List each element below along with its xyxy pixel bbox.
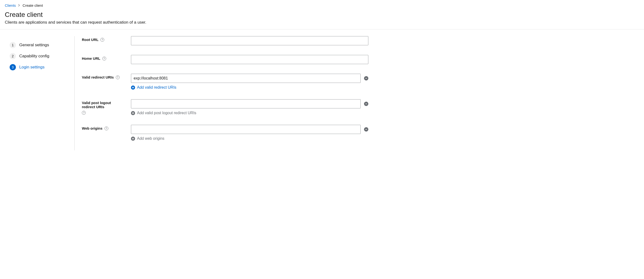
field-home-url: Home URL ? (82, 55, 368, 64)
add-web-origin-button[interactable]: Add web origins (131, 136, 368, 141)
step-number: 3 (10, 64, 16, 70)
valid-redirect-uris-label: Valid redirect URIs ? (82, 74, 125, 79)
step-number: 2 (10, 53, 16, 59)
field-root-url: Root URL ? (82, 36, 368, 45)
remove-post-logout-uri-button[interactable] (364, 102, 368, 106)
add-link-label: Add web origins (137, 136, 164, 141)
label-text: Root URL (82, 38, 98, 42)
page-subtitle: Clients are applications and services th… (5, 20, 639, 25)
step-label: General settings (19, 43, 49, 48)
root-url-label: Root URL ? (82, 36, 125, 42)
help-icon[interactable]: ? (82, 111, 86, 115)
post-logout-uris-label: Valid post logout redirect URIs ? (82, 99, 125, 115)
home-url-input[interactable] (131, 55, 368, 64)
step-capability-config[interactable]: 2 Capability config (7, 51, 70, 62)
label-text: Valid post logout redirect URIs (82, 101, 125, 109)
minus-icon (365, 103, 368, 105)
field-valid-redirect-uris: Valid redirect URIs ? Add valid redirect… (82, 74, 368, 90)
login-settings-form: Root URL ? Home URL ? Valid redirect URI… (75, 36, 373, 150)
chevron-right-icon (18, 4, 20, 7)
add-post-logout-uri-button[interactable]: Add valid post logout redirect URIs (131, 111, 368, 115)
post-logout-uri-input[interactable] (131, 99, 361, 108)
plus-circle-icon (131, 86, 135, 90)
minus-icon (365, 128, 368, 131)
home-url-label: Home URL ? (82, 55, 125, 61)
redirect-uri-input[interactable] (131, 74, 361, 83)
plus-circle-icon (131, 111, 135, 115)
remove-redirect-uri-button[interactable] (364, 76, 368, 81)
label-text: Home URL (82, 56, 100, 61)
help-icon[interactable]: ? (102, 57, 106, 61)
page-title: Create client (5, 11, 639, 19)
step-number: 1 (10, 42, 16, 48)
step-general-settings[interactable]: 1 General settings (7, 40, 70, 51)
wizard-stepper: 1 General settings 2 Capability config 3… (7, 36, 75, 150)
label-text: Valid redirect URIs (82, 75, 114, 79)
label-text: Web origins (82, 126, 102, 130)
web-origins-label: Web origins ? (82, 125, 125, 130)
step-label: Login settings (19, 65, 44, 70)
breadcrumb-parent-link[interactable]: Clients (5, 3, 16, 8)
plus-circle-icon (131, 137, 135, 141)
remove-web-origin-button[interactable] (364, 127, 368, 132)
breadcrumb-current: Create client (23, 3, 43, 8)
svg-rect-1 (366, 104, 367, 104)
field-web-origins: Web origins ? Add web origins (82, 125, 368, 141)
breadcrumb: Clients Create client (5, 3, 639, 8)
help-icon[interactable]: ? (104, 127, 108, 130)
content-area: 1 General settings 2 Capability config 3… (0, 29, 644, 150)
add-redirect-uri-button[interactable]: Add valid redirect URIs (131, 85, 368, 90)
svg-rect-2 (366, 129, 367, 130)
field-post-logout-redirect-uris: Valid post logout redirect URIs ? Add va… (82, 99, 368, 115)
add-link-label: Add valid redirect URIs (137, 85, 176, 90)
page-header: Clients Create client Create client Clie… (0, 0, 644, 29)
step-login-settings[interactable]: 3 Login settings (7, 62, 70, 73)
root-url-input[interactable] (131, 36, 368, 45)
add-link-label: Add valid post logout redirect URIs (137, 111, 196, 115)
help-icon[interactable]: ? (116, 75, 120, 79)
svg-rect-0 (366, 78, 367, 79)
step-label: Capability config (19, 54, 49, 59)
web-origin-input[interactable] (131, 125, 361, 134)
minus-icon (365, 77, 368, 80)
help-icon[interactable]: ? (100, 38, 104, 42)
